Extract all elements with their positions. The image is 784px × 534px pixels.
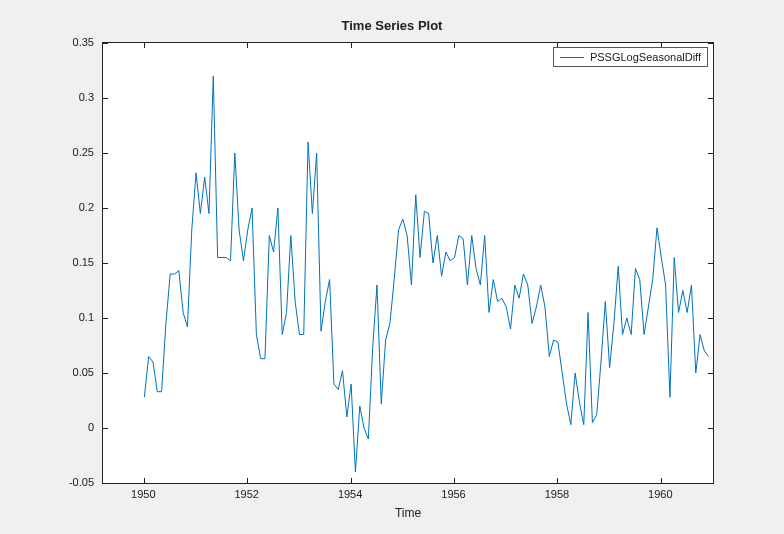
ytick-mark xyxy=(708,318,713,319)
ytick-mark xyxy=(103,208,108,209)
xtick-label: 1954 xyxy=(330,488,370,500)
xtick-mark xyxy=(454,43,455,48)
xtick-mark xyxy=(661,478,662,483)
ytick-mark xyxy=(708,153,713,154)
ytick-mark xyxy=(103,263,108,264)
xtick-mark xyxy=(247,43,248,48)
ytick-mark xyxy=(708,208,713,209)
ytick-mark xyxy=(103,483,108,484)
x-axis-label: Time xyxy=(102,506,714,520)
xtick-mark xyxy=(351,43,352,48)
ytick-label: -0.05 xyxy=(34,476,94,488)
xtick-label: 1958 xyxy=(537,488,577,500)
ytick-mark xyxy=(708,43,713,44)
ytick-label: 0.2 xyxy=(34,201,94,213)
xtick-mark xyxy=(144,478,145,483)
chart-axes[interactable] xyxy=(102,42,714,484)
legend-swatch xyxy=(560,57,584,58)
ytick-mark xyxy=(708,428,713,429)
legend-entry: PSSGLogSeasonalDiff xyxy=(590,51,701,63)
ytick-label: 0.25 xyxy=(34,146,94,158)
xtick-label: 1956 xyxy=(434,488,474,500)
xtick-mark xyxy=(247,478,248,483)
xtick-label: 1952 xyxy=(227,488,267,500)
ytick-label: 0.35 xyxy=(34,36,94,48)
xtick-label: 1960 xyxy=(640,488,680,500)
ytick-mark xyxy=(708,373,713,374)
xtick-mark xyxy=(454,478,455,483)
xtick-label: 1950 xyxy=(123,488,163,500)
ytick-mark xyxy=(103,43,108,44)
ytick-label: 0.05 xyxy=(34,366,94,378)
ytick-mark xyxy=(103,318,108,319)
ytick-label: 0 xyxy=(34,421,94,433)
xtick-mark xyxy=(557,478,558,483)
ytick-label: 0.1 xyxy=(34,311,94,323)
figure-window: Time Series Plot Time PSSGLogSeasonalDif… xyxy=(0,0,784,534)
xtick-mark xyxy=(351,478,352,483)
xtick-mark xyxy=(144,43,145,48)
line-series xyxy=(103,43,713,483)
legend[interactable]: PSSGLogSeasonalDiff xyxy=(553,47,708,67)
ytick-mark xyxy=(103,373,108,374)
ytick-label: 0.15 xyxy=(34,256,94,268)
ytick-mark xyxy=(708,483,713,484)
ytick-mark xyxy=(103,98,108,99)
ytick-label: 0.3 xyxy=(34,91,94,103)
ytick-mark xyxy=(103,428,108,429)
ytick-mark xyxy=(708,263,713,264)
ytick-mark xyxy=(708,98,713,99)
ytick-mark xyxy=(103,153,108,154)
chart-title: Time Series Plot xyxy=(0,18,784,33)
